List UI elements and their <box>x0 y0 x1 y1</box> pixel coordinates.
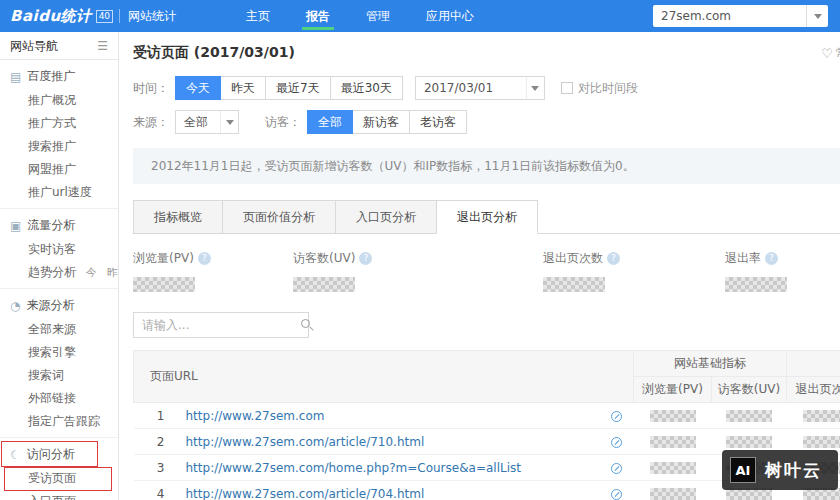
nav-report[interactable]: 报告 <box>288 0 348 32</box>
trend-label: 趋势分析 <box>28 265 76 279</box>
column-group-basic-metrics: 网站基础指标 <box>634 351 787 377</box>
time-today-button[interactable]: 今天 <box>175 76 221 100</box>
pv-cell <box>634 403 712 429</box>
sidebar-section-promo: ▤ 百度推广 推广概况 推广方式 搜索推广 网盟推广 推广url速度 <box>0 60 118 209</box>
help-icon[interactable]: ? <box>359 252 372 265</box>
metric-label-row: 退出页次数 ? <box>543 250 725 267</box>
column-header-pv[interactable]: 浏览量(PV) <box>634 377 712 403</box>
help-icon[interactable]: ? <box>607 252 620 265</box>
sidebar-item-promo-overview[interactable]: 推广概况 <box>0 89 118 112</box>
sidebar-section-traffic: ▣ 流量分析 实时访客 趋势分析 今 昨 <box>0 209 118 289</box>
page-url-link[interactable]: http://www.27sem.com/article/710.html <box>186 435 425 449</box>
visitor-all-button[interactable]: 全部 <box>307 110 353 134</box>
date-picker[interactable]: 2017/03/01 <box>415 76 545 100</box>
search-input[interactable] <box>134 318 300 332</box>
metric-label-row: 退出率 ? <box>725 250 840 267</box>
section-label: 访问分析 <box>27 446 75 463</box>
column-group-traffic: 流量 <box>787 351 840 377</box>
compare-checkbox[interactable] <box>561 82 573 94</box>
url-cell: 4http://www.27sem.com/article/704.html <box>134 481 634 500</box>
metric-uv: 访客数(UV) ? <box>293 250 543 292</box>
sidebar-section-source: ◔ 来源分析 全部来源 搜索引擎 搜索词 外部链接 指定广告跟踪 <box>0 289 118 438</box>
trend-today-link[interactable]: 今 <box>86 266 97 279</box>
visitor-returning-button[interactable]: 老访客 <box>409 110 467 134</box>
pie-icon: ◔ <box>10 299 20 313</box>
tab-exit-page[interactable]: 退出页分析 <box>436 200 538 234</box>
sidebar-section-traffic-header[interactable]: ▣ 流量分析 <box>0 213 118 238</box>
metric-pv: 浏览量(PV) ? <box>133 250 293 292</box>
compare-label: 对比时间段 <box>578 80 638 97</box>
sidebar-item-search-engines[interactable]: 搜索引擎 <box>0 341 118 364</box>
redacted-value <box>650 436 696 448</box>
page-url-link[interactable]: http://www.27sem.com <box>186 409 325 423</box>
metric-pv-value-redacted <box>133 277 195 292</box>
time-yesterday-button[interactable]: 昨天 <box>220 76 266 100</box>
column-header-exit-count[interactable]: 退出页次数 <box>787 377 840 403</box>
section-label: 流量分析 <box>27 217 75 234</box>
sidebar-section-promo-header[interactable]: ▤ 百度推广 <box>0 64 118 89</box>
page-title: 受访页面 (2017/03/01) <box>133 44 295 62</box>
nav-app-center[interactable]: 应用中心 <box>408 0 492 32</box>
chevron-down-icon[interactable] <box>806 5 828 27</box>
help-icon[interactable]: ? <box>765 252 778 265</box>
link-icon[interactable] <box>611 489 622 500</box>
source-label: 来源： <box>133 114 169 131</box>
sidebar-title: 网站导航 <box>10 32 58 60</box>
link-icon[interactable] <box>611 411 622 422</box>
time-last30-button[interactable]: 最近30天 <box>330 76 403 100</box>
sidebar-item-promo-url-speed[interactable]: 推广url速度 <box>0 181 118 204</box>
url-cell: 2http://www.27sem.com/article/710.html <box>134 429 634 455</box>
nav-manage[interactable]: 管理 <box>348 0 408 32</box>
metric-exit-count-label: 退出页次数 <box>543 250 603 267</box>
heart-icon[interactable]: ♡ <box>821 46 833 61</box>
tab-metric-overview[interactable]: 指标概览 <box>133 200 223 233</box>
sidebar-item-external-links[interactable]: 外部链接 <box>0 387 118 410</box>
uv-cell <box>712 403 787 429</box>
column-header-url[interactable]: 页面URL <box>134 351 634 403</box>
row-number: 1 <box>148 409 174 423</box>
help-icon[interactable]: ? <box>198 252 211 265</box>
product-name: 网站统计 <box>128 8 176 25</box>
redacted-value <box>650 410 696 422</box>
app-body: 网站导航 ☰ ▤ 百度推广 推广概况 推广方式 搜索推广 网盟推广 推广url速… <box>0 32 840 500</box>
source-value: 全部 <box>176 114 220 131</box>
redacted-value <box>803 410 840 422</box>
tab-entry-page[interactable]: 入口页分析 <box>335 200 437 233</box>
exit-cell <box>787 403 840 429</box>
column-header-uv[interactable]: 访客数(UV) <box>712 377 787 403</box>
sidebar-section-visit-header[interactable]: ☾ 访问分析 <box>0 442 118 467</box>
chevron-down-icon[interactable] <box>220 111 238 133</box>
link-icon[interactable] <box>611 437 622 448</box>
tab-page-value[interactable]: 页面价值分析 <box>222 200 336 233</box>
sidebar-item-all-sources[interactable]: 全部来源 <box>0 318 118 341</box>
sidebar-item-entry-pages[interactable]: 入口页面 <box>0 490 118 500</box>
metric-label-row: 浏览量(PV) ? <box>133 250 293 267</box>
search-icon[interactable] <box>300 318 314 332</box>
moon-icon: ☾ <box>10 448 21 462</box>
baidu-tongji-logo[interactable]: Baidu统计 <box>10 7 92 26</box>
redacted-value <box>726 436 772 448</box>
page-url-link[interactable]: http://www.27sem.com/article/704.html <box>186 487 425 500</box>
chevron-down-icon[interactable] <box>526 77 544 99</box>
time-filter-row: 时间： 今天 昨天 最近7天 最近30天 2017/03/01 对比时间段 <box>133 76 840 100</box>
sidebar-item-promo-method[interactable]: 推广方式 <box>0 112 118 135</box>
trend-yesterday-link[interactable]: 昨 <box>107 266 118 279</box>
favorite-report[interactable]: ♡ 常 <box>821 45 840 62</box>
time-last7-button[interactable]: 最近7天 <box>265 76 331 100</box>
sidebar-item-search-promo[interactable]: 搜索推广 <box>0 135 118 158</box>
sidebar-item-realtime-visitors[interactable]: 实时访客 <box>0 238 118 261</box>
sidebar-item-visited-pages[interactable]: 受访页面 <box>0 467 118 490</box>
source-dropdown[interactable]: 全部 <box>175 110 239 134</box>
sidebar-item-trend-analysis[interactable]: 趋势分析 今 昨 <box>0 261 118 284</box>
sidebar-item-search-terms[interactable]: 搜索词 <box>0 364 118 387</box>
visitor-type-group: 全部 新访客 老访客 <box>307 110 467 134</box>
link-icon[interactable] <box>611 463 622 474</box>
page-url-link[interactable]: http://www.27sem.com/home.php?m=Course&a… <box>186 461 521 475</box>
nav-home[interactable]: 主页 <box>228 0 288 32</box>
sidebar-item-ad-tracking[interactable]: 指定广告跟踪 <box>0 410 118 433</box>
sidebar-item-network-promo[interactable]: 网盟推广 <box>0 158 118 181</box>
sidebar-section-source-header[interactable]: ◔ 来源分析 <box>0 293 118 318</box>
site-selector[interactable]: 27sem.com <box>653 5 828 27</box>
collapse-menu-icon[interactable]: ☰ <box>97 32 108 60</box>
visitor-new-button[interactable]: 新访客 <box>352 110 410 134</box>
